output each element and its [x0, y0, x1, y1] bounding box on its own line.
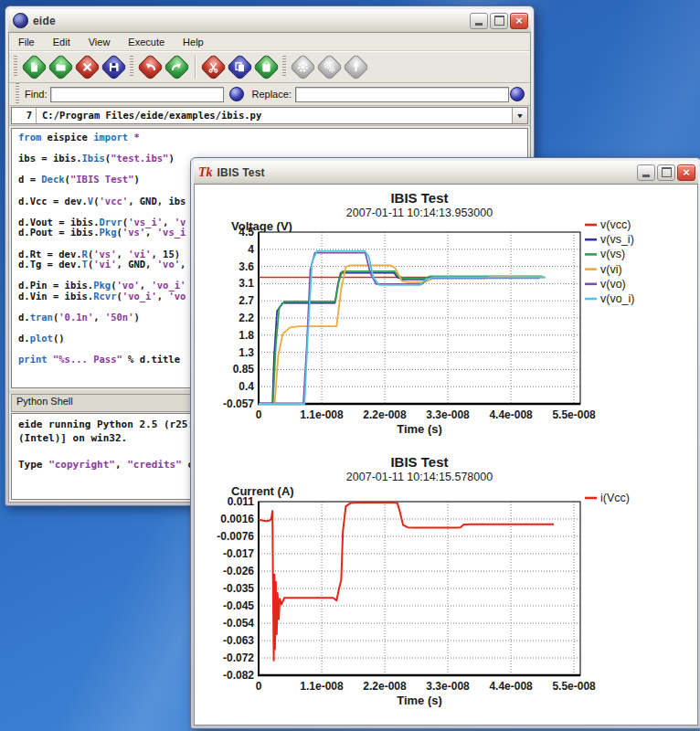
y-tick-label: 4: [248, 243, 254, 256]
y-tick-label: -0.054: [223, 617, 254, 630]
plot-window: Tk IBIS Test × IBIS Test2007-01-11 10:14…: [190, 157, 700, 729]
y-tick-label: -0.0076: [217, 530, 254, 543]
chart-subtitle: 2007-01-11 10:14:13.953000: [346, 207, 493, 219]
copy-pages-icon: [234, 61, 246, 73]
new-file-icon: [28, 61, 40, 73]
y-tick-label: 3.1: [239, 277, 254, 290]
x-tick-label: 2.2e-008: [363, 680, 407, 693]
y-tick-label: 4.5: [239, 226, 254, 238]
plot-client-area: IBIS Test2007-01-11 10:14:13.953000Volta…: [194, 184, 698, 726]
toolbar-separator: [195, 55, 196, 79]
y-tick-label: 0.4: [239, 380, 254, 393]
y-tick-label: 2.2: [239, 312, 254, 324]
eide-app-icon: [13, 13, 28, 28]
x-tick-label: 5.5e-008: [552, 680, 596, 693]
scissors-icon: [207, 61, 219, 73]
y-tick-label: -0.057: [223, 397, 254, 410]
legend-label: v(vcc): [600, 218, 631, 231]
menu-file[interactable]: File: [18, 37, 35, 48]
legend-label: v(vo_i): [600, 292, 635, 305]
redo-button[interactable]: [164, 55, 189, 79]
close-file-button[interactable]: [75, 55, 100, 79]
file-path: C:/Program Files/eide/examples/ibis.py: [37, 108, 512, 123]
x-tick-label: 1.1e-008: [300, 680, 344, 693]
minimize-icon: [642, 175, 650, 177]
replace-input[interactable]: [295, 87, 509, 102]
run-options-button[interactable]: [317, 55, 342, 79]
chart-canvas: IBIS Test2007-01-11 10:14:13.953000Volta…: [195, 185, 692, 449]
x-tick-label: 4.4e-008: [489, 408, 533, 421]
y-tick-label: 1.3: [239, 346, 254, 359]
y-tick-label: -0.063: [223, 634, 254, 647]
chart-canvas: IBIS Test2007-01-11 10:14:15.578000Curre…: [195, 452, 692, 721]
chevron-down-icon: ▼: [517, 111, 522, 122]
menu-execute[interactable]: Execute: [128, 37, 164, 48]
chart-title: IBIS Test: [390, 190, 448, 206]
maximize-button[interactable]: [657, 164, 675, 181]
plot-titlebar[interactable]: Tk IBIS Test ×: [194, 161, 698, 184]
replace-label: Replace:: [251, 89, 291, 100]
gears-icon: [323, 61, 335, 73]
arrow-up-icon: [350, 61, 362, 73]
eide-menubar: FileEditViewExecuteHelp: [9, 33, 530, 51]
legend-label: v(vs_i): [600, 233, 634, 246]
open-file-combobox[interactable]: 7 C:/Program Files/eide/examples/ibis.py…: [11, 107, 528, 124]
y-tick-label: 2.7: [239, 294, 254, 307]
cut-button[interactable]: [201, 55, 226, 79]
menu-help[interactable]: Help: [183, 37, 204, 48]
minimize-button[interactable]: [470, 13, 488, 29]
desktop: eide × FileEditViewExecuteHelp Find: Rep…: [0, 0, 700, 731]
toolbar-gripper[interactable]: [130, 56, 133, 78]
menu-edit[interactable]: Edit: [53, 37, 70, 48]
maximize-icon: [494, 16, 504, 26]
plot-window-title: IBIS Test: [217, 166, 632, 179]
tk-app-icon: Tk: [198, 166, 213, 179]
menu-view[interactable]: View: [89, 37, 111, 48]
y-tick-label: 1.8: [239, 329, 254, 342]
eide-window-title: eide: [33, 15, 465, 27]
minimize-icon: [475, 23, 483, 26]
find-go-button[interactable]: [229, 87, 244, 101]
y-tick-label: -0.026: [223, 565, 254, 577]
combobox-dropdown-button[interactable]: ▼: [512, 108, 527, 123]
minimize-button[interactable]: [637, 164, 655, 181]
maximize-icon: [662, 167, 672, 177]
chart-title: IBIS Test: [390, 454, 448, 470]
eide-toolbar: [9, 51, 530, 83]
y-tick-label: -0.017: [223, 547, 254, 560]
copy-button[interactable]: [228, 55, 252, 79]
y-tick-label: 3.6: [239, 260, 254, 273]
toolbar-gripper[interactable]: [16, 83, 19, 105]
toolbar-gripper[interactable]: [282, 56, 286, 78]
y-tick-label: 0.85: [233, 363, 255, 376]
x-tick-label: 0: [256, 408, 262, 421]
y-tick-label: -0.045: [223, 599, 254, 612]
open-folder-icon: [55, 61, 67, 73]
y-tick-label: -0.082: [223, 669, 254, 682]
toolbar-gripper[interactable]: [14, 56, 17, 78]
undo-arrow-icon: [144, 61, 156, 73]
open-file-button[interactable]: [48, 55, 73, 79]
x-tick-label: 0: [256, 680, 262, 693]
save-file-button[interactable]: [101, 55, 126, 79]
maximize-button[interactable]: [490, 13, 508, 29]
find-input[interactable]: [50, 87, 224, 102]
undo-button[interactable]: [138, 55, 163, 79]
close-button[interactable]: ×: [510, 13, 528, 29]
x-tick-label: 3.3e-008: [426, 408, 470, 421]
new-file-button[interactable]: [22, 55, 47, 79]
eide-titlebar[interactable]: eide ×: [8, 9, 531, 32]
plot-window-controls: ×: [637, 164, 695, 181]
y-tick-label: -0.035: [223, 582, 254, 595]
gear-icon: [297, 61, 309, 73]
chart-subtitle: 2007-01-11 10:14:15.578000: [346, 471, 493, 483]
replace-go-button[interactable]: [510, 87, 525, 101]
legend-label: v(vi): [600, 263, 622, 276]
run-button[interactable]: [291, 55, 315, 79]
close-icon: ×: [683, 166, 690, 178]
paste-button[interactable]: [254, 55, 279, 79]
close-icon: ×: [515, 15, 523, 26]
legend-label: i(Vcc): [600, 492, 630, 504]
close-button[interactable]: ×: [677, 164, 695, 181]
step-button[interactable]: [344, 55, 368, 79]
